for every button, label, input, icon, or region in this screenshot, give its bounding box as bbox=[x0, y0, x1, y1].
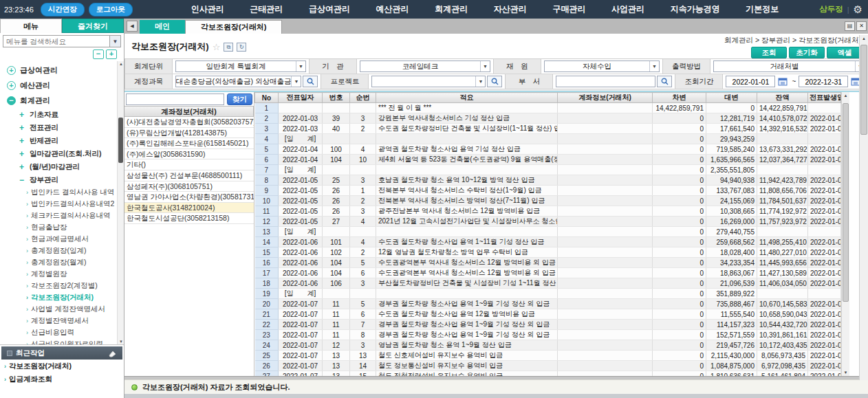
tree-expand-icon[interactable]: + bbox=[19, 149, 27, 159]
sidebar-item[interactable]: −장부관리 bbox=[0, 173, 116, 186]
fund-select[interactable]: 자체수입▼ bbox=[544, 60, 660, 72]
output-select[interactable]: 거래처별▼ bbox=[713, 60, 865, 72]
table-row[interactable]: 52022-01-041004광역권 철도차량 청소사업 용역 기성 정산 입금… bbox=[255, 144, 841, 155]
table-row[interactable]: 172022-01-061046수도권광역본부 역사내 청소서비스 12월 방역… bbox=[255, 268, 841, 278]
table-row[interactable]: 13[일 계]0279,440,755 bbox=[255, 227, 841, 237]
column-header[interactable]: 번호 bbox=[323, 93, 350, 103]
sidebar-item[interactable]: ›선급비용입력 bbox=[0, 327, 116, 338]
sidebar-item[interactable]: +전표관리 bbox=[0, 121, 116, 134]
table-row[interactable]: 162022-01-061045수도권광역본부 역사내 청소서비스 12월 방역… bbox=[255, 258, 841, 268]
sidebar-item[interactable]: ›현금출납장 bbox=[0, 221, 116, 233]
eraser-icon[interactable] bbox=[108, 349, 117, 357]
tree-expand-icon[interactable]: + bbox=[19, 110, 27, 120]
gear-icon[interactable]: ⚙ bbox=[854, 3, 862, 16]
scroll-down-icon[interactable]: ▼ bbox=[118, 340, 124, 344]
top-menu-item[interactable]: 예산관리 bbox=[376, 3, 409, 15]
tree-expand-icon[interactable]: + bbox=[19, 123, 27, 133]
sidebar-item[interactable]: +(월/년)마감관리 bbox=[0, 160, 116, 173]
multi-window-icon[interactable]: ⧉ bbox=[224, 43, 233, 52]
vendor-item[interactable]: 한국철도시설공단(3058213158) bbox=[124, 213, 254, 224]
column-header[interactable]: 전표일자 bbox=[279, 93, 323, 103]
tab-scroll-left-icon[interactable]: ◀ bbox=[127, 21, 138, 32]
sidebar-item[interactable]: ›체크카드결의서사용내역 bbox=[0, 210, 116, 221]
sidebar-item[interactable]: +일마감관리(조회.처리) bbox=[0, 147, 116, 160]
sidebar-item[interactable]: ›총계정원장(일계) bbox=[0, 245, 116, 256]
table-row[interactable]: 102022-01-05262전북본부 역사내 청소서비스 방역비 정산(7~1… bbox=[255, 196, 841, 206]
table-row[interactable]: 112022-01-05263광주전남본부 역사내 청소서비스 12월 방역비용… bbox=[255, 206, 841, 217]
table-row[interactable]: 142022-01-061014수도권 철도차량 청소사업 용역 1~11월 기… bbox=[255, 237, 841, 247]
vendor-item[interactable]: (사)대전충남경영자총협회(3058203757) bbox=[124, 117, 254, 128]
table-row[interactable]: 222022-01-07117경부권 철도차량 청소사업 용역 1~9월 기성 … bbox=[255, 320, 841, 330]
table-row[interactable]: 232022-01-07118경부권 철도차량 청소사업 용역 1~9월 기성 … bbox=[255, 330, 841, 340]
column-header[interactable]: 전표발생일자 bbox=[808, 93, 841, 103]
sidebar-item[interactable]: ›선급비용이월자료입력 bbox=[0, 338, 116, 344]
top-menu-item[interactable]: 인사관리 bbox=[191, 3, 224, 15]
table-row[interactable]: 242022-01-07123영남권 철도차량 청소 용역 1~9월 정산 입금… bbox=[255, 340, 841, 351]
table-row[interactable]: 62022-01-0410410제4회 서울역 등 523동 건축물(수도권광역… bbox=[255, 155, 841, 165]
tree-expand-all-button[interactable]: + bbox=[106, 49, 117, 59]
tree-collapse-all-button[interactable]: − bbox=[93, 49, 104, 59]
scroll-up-icon[interactable]: ▲ bbox=[842, 93, 849, 98]
username[interactable]: 삼두정 bbox=[819, 4, 843, 14]
account-select[interactable]: 대손충당금(외상매출금) 외상매출금▼ bbox=[175, 76, 301, 87]
table-scrollbar[interactable]: ▲ ▼ bbox=[841, 92, 849, 376]
sidebar-item[interactable]: ›총계정원장(월계) bbox=[0, 256, 116, 268]
tree-collapse-icon[interactable]: − bbox=[19, 175, 27, 185]
dept-input[interactable] bbox=[556, 76, 655, 87]
sidebar-item[interactable]: +반제관리 bbox=[0, 134, 116, 147]
sidebar-scrollbar[interactable]: ▲ ▼ bbox=[117, 61, 124, 344]
account-search-button[interactable] bbox=[303, 76, 318, 87]
sidebar-item[interactable]: ›사업별 계정잔액명세서 bbox=[0, 303, 116, 315]
sidebar-item[interactable]: ›법인카드결의서사용내역2 bbox=[0, 198, 116, 210]
page-scrollbar[interactable]: ▲ bbox=[859, 35, 868, 380]
column-header[interactable]: 순번 bbox=[350, 93, 376, 103]
sidebar-item[interactable]: ›법인카드 결의서사용 내역 bbox=[0, 186, 116, 198]
sidebar-item-active[interactable]: ›각보조원장(거래처) bbox=[0, 291, 116, 303]
table-row[interactable]: 82022-01-05253호남권 철도차량 청소 용역 10~12월 방역 정… bbox=[255, 175, 841, 186]
table-row[interactable]: 22022-01-03393강원본부 역사내청소서비스 기성 정산 입금012,… bbox=[255, 113, 841, 124]
vendor-item[interactable]: 영남권 가야사업소(차량환경)(3058173178) bbox=[124, 192, 254, 203]
sidebar-item[interactable]: +기초자료 bbox=[0, 108, 116, 121]
top-menu-item[interactable]: 자산관리 bbox=[494, 3, 527, 15]
agency-select[interactable]: 코레일테크▼ bbox=[360, 60, 490, 72]
excel-button[interactable]: 엑셀 bbox=[827, 47, 862, 58]
menu-search-dropdown-icon[interactable]: ▼ bbox=[109, 36, 120, 47]
table-row[interactable]: 92022-01-05261전북본부 역사내 청소서비스 수탁비 정산(1~9월… bbox=[255, 186, 841, 196]
find-button[interactable]: 찾기 bbox=[227, 93, 252, 105]
sidebar-item[interactable]: +예산관리 bbox=[0, 78, 116, 93]
table-row[interactable]: 202022-01-07115경부권 철도차량 청소사업 용역 1~9월 기성 … bbox=[255, 299, 841, 309]
vendor-item[interactable]: (주)록인김해레스포타운(6158145021) bbox=[124, 138, 254, 149]
tab-sub-ledger[interactable]: 각보조원장(거래처) bbox=[185, 20, 282, 34]
vendor-search-input[interactable] bbox=[126, 93, 224, 105]
top-menu-item[interactable]: 회계관리 bbox=[435, 3, 468, 15]
calendar-icon[interactable] bbox=[777, 76, 789, 87]
sidebar-item[interactable]: +급상여관리 bbox=[0, 63, 116, 78]
vendor-item[interactable]: 삼성물산(주) 건설부문(4688500111) bbox=[124, 170, 254, 181]
column-header[interactable]: 잔액 bbox=[757, 93, 808, 103]
dept-search-button[interactable] bbox=[657, 76, 672, 87]
favorite-star-icon[interactable]: ☆ bbox=[213, 42, 221, 52]
sidebar-tab-favorites[interactable]: 즐겨찾기 bbox=[62, 19, 124, 33]
period-to-input[interactable] bbox=[799, 76, 848, 87]
tree-expand-icon[interactable]: + bbox=[19, 136, 27, 146]
table-row[interactable]: 252022-01-071313철도 신호제어설비 유지보수 용역비 입금02,… bbox=[255, 351, 841, 361]
table-row[interactable]: 4[일 계]029,943,259 bbox=[255, 134, 841, 144]
search-button[interactable]: 조회 bbox=[751, 47, 787, 58]
vendor-item[interactable]: 삼성페자(주)(3068105751) bbox=[124, 181, 254, 192]
top-menu-item[interactable]: 근태관리 bbox=[250, 3, 283, 15]
sidebar-item[interactable]: ›계정별잔액명세서 bbox=[0, 315, 116, 327]
vendor-item[interactable]: (유)무림산업개발(4128143875) bbox=[124, 128, 254, 139]
popup-icon[interactable]: ↻ bbox=[237, 43, 246, 52]
project-select[interactable]: ▼ bbox=[371, 76, 486, 87]
project-search-button[interactable] bbox=[487, 76, 502, 87]
table-row[interactable]: 32022-01-03402수도권 철도차량정비단 건축물 및 시설장비(1~1… bbox=[255, 124, 841, 134]
table-row[interactable]: 152022-01-06102212월 영남권 철도차량청소 방역 업무 수탁비… bbox=[255, 247, 841, 258]
top-menu-item[interactable]: 구매관리 bbox=[552, 3, 585, 15]
top-menu-item[interactable]: 사업관리 bbox=[611, 3, 644, 15]
top-menu-item[interactable]: 기본정보 bbox=[746, 3, 779, 15]
recent-task-item[interactable]: ›각보조원장(거래처) bbox=[0, 360, 124, 373]
sidebar-item[interactable]: ›각보조원장2(계정별) bbox=[0, 280, 116, 291]
column-header[interactable]: 차변 bbox=[653, 93, 706, 103]
vendor-item[interactable]: 기타() bbox=[124, 159, 254, 170]
scroll-up-icon[interactable]: ▲ bbox=[118, 62, 124, 66]
